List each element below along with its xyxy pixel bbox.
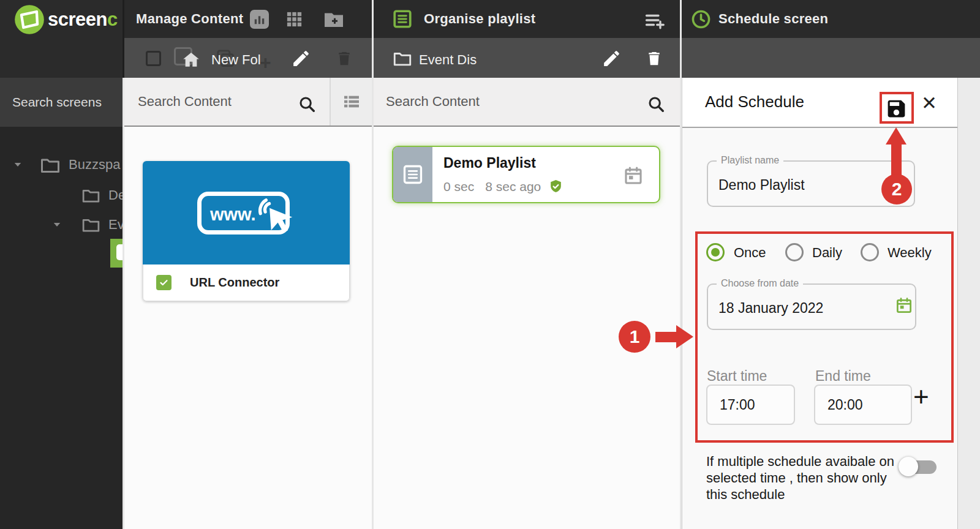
analytics-button[interactable] xyxy=(250,10,269,29)
manage-search-bar[interactable]: Search Content xyxy=(124,78,372,127)
home-button[interactable] xyxy=(181,50,202,70)
manage-content-body: www. URL Connector xyxy=(124,127,372,529)
schedule-calendar-icon[interactable] xyxy=(623,165,644,186)
schedule-toolbar xyxy=(682,38,980,78)
schedule-screen-title: Schedule screen xyxy=(718,11,828,27)
url-connector-label: URL Connector xyxy=(190,276,279,290)
annotation-arrow-right xyxy=(676,325,693,348)
organise-playlist-title: Organise playlist xyxy=(424,11,535,27)
clock-icon xyxy=(691,9,711,29)
playlist-icon xyxy=(392,9,413,29)
manage-content-toolbar: New Fol + xyxy=(124,38,372,78)
edit-pencil-button[interactable] xyxy=(291,48,311,69)
new-folder-tooltip: New Fol xyxy=(211,52,261,68)
url-connector-footer: URL Connector xyxy=(143,264,350,301)
manage-content-title: Manage Content xyxy=(136,11,243,27)
playlist-updated: 8 sec ago xyxy=(485,179,541,194)
tree-item-ev[interactable]: Ev xyxy=(108,217,123,233)
annotation-arrow-up-shaft xyxy=(891,143,902,175)
folder-icon xyxy=(81,186,101,206)
delete-trash-button[interactable] xyxy=(335,49,353,67)
caret-down-icon[interactable] xyxy=(51,219,62,230)
logo-text-accent: c xyxy=(107,9,118,30)
annotation-box-schedule-form xyxy=(695,231,954,443)
add-schedule-title: Add Schedule xyxy=(705,92,804,111)
grid-view-button[interactable] xyxy=(285,10,304,29)
manage-content-panel: Manage Content New Fol + xyxy=(124,0,372,529)
tree-item-buzzspa[interactable]: Buzzspa xyxy=(69,157,120,173)
select-all-checkbox[interactable] xyxy=(146,51,161,66)
annotation-step-1: 1 xyxy=(619,321,650,353)
close-icon[interactable]: ✕ xyxy=(921,92,937,114)
folder-icon xyxy=(392,48,413,69)
list-view-toggle[interactable] xyxy=(331,78,372,126)
screencloud-logo-icon xyxy=(13,4,45,36)
new-folder-button[interactable] xyxy=(323,9,345,31)
edit-pencil-button[interactable] xyxy=(601,48,622,69)
delete-trash-button[interactable] xyxy=(645,49,663,67)
selected-checkbox[interactable] xyxy=(156,275,172,290)
playlist-tile-glyph xyxy=(116,244,123,260)
playlist-name-value: Demo Playlist xyxy=(718,177,805,193)
playlist-name-label: Playlist name xyxy=(717,155,783,166)
url-connector-thumbnail: www. xyxy=(143,161,350,264)
manage-content-header: Manage Content xyxy=(124,0,372,38)
search-screens-placeholder: Search screens xyxy=(12,95,102,110)
url-connector-card[interactable]: www. URL Connector xyxy=(143,161,350,301)
toggle-thumb[interactable] xyxy=(899,457,918,476)
annotation-arrow-up xyxy=(886,127,907,144)
current-folder-name: Event Dis xyxy=(419,52,477,68)
right-gutter xyxy=(957,78,980,529)
add-schedule-header: Add Schedule ✕ xyxy=(682,78,958,128)
logo-text: screen xyxy=(48,9,107,30)
annotation-step-2: 2 xyxy=(881,174,912,204)
playlist-thumbnail xyxy=(393,147,432,202)
search-icon[interactable] xyxy=(298,95,316,113)
search-icon[interactable] xyxy=(647,95,665,113)
organise-search-bar[interactable]: Search Content xyxy=(374,78,680,127)
playlist-duration: 0 sec xyxy=(443,179,474,194)
shield-check-icon xyxy=(548,179,564,194)
tree-item-de[interactable]: De xyxy=(108,187,123,203)
screencloud-logo[interactable]: screenc xyxy=(13,2,118,37)
playlist-name: Demo Playlist xyxy=(443,155,536,171)
schedule-screen-header: Schedule screen xyxy=(682,0,980,38)
click-cursor-icon xyxy=(255,195,298,238)
multiple-schedule-toggle-label: If multiple schedule avaibale on selecte… xyxy=(706,453,899,503)
add-icon[interactable]: + xyxy=(260,51,271,74)
organise-search-placeholder: Search Content xyxy=(386,94,480,110)
folder-icon xyxy=(81,215,101,235)
folder-icon xyxy=(39,154,61,176)
www-text: www. xyxy=(210,204,256,225)
caret-down-icon[interactable] xyxy=(12,159,23,170)
list-view-icon xyxy=(342,92,361,111)
annotation-box-save xyxy=(880,92,914,124)
organise-playlist-panel: Organise playlist Event Dis Search Conte… xyxy=(374,0,680,529)
organise-toolbar: Event Dis xyxy=(374,38,680,78)
selected-playlist-tile[interactable] xyxy=(110,239,123,268)
manage-search-placeholder: Search Content xyxy=(138,94,232,110)
demo-playlist-card[interactable]: Demo Playlist 0 sec 8 sec ago xyxy=(392,146,660,203)
organise-playlist-header: Organise playlist xyxy=(374,0,680,38)
playlist-add-icon[interactable] xyxy=(644,9,666,31)
app-root: screenc Search screens Buzzspa De Ev xyxy=(0,0,980,529)
playlist-meta: 0 sec 8 sec ago xyxy=(443,179,564,194)
annotation-arrow-right-shaft xyxy=(655,332,677,342)
sidebar: screenc Search screens Buzzspa De Ev xyxy=(0,0,123,529)
search-screens-field[interactable]: Search screens xyxy=(0,78,123,127)
